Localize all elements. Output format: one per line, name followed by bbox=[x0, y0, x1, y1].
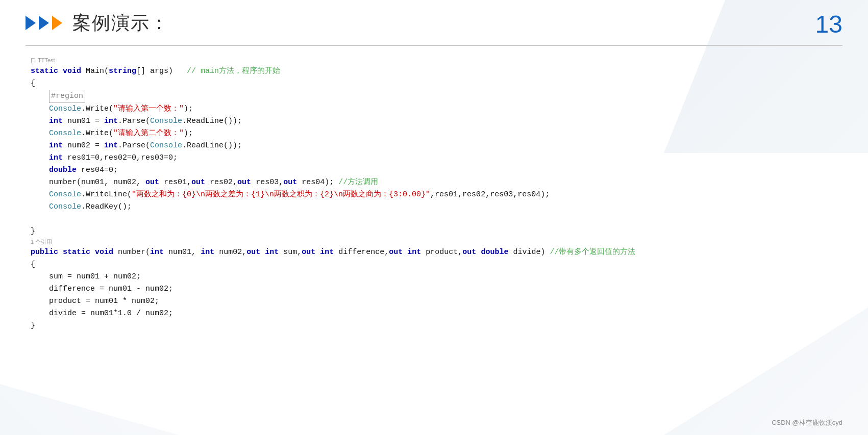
code-line-6: Console.Write("请输入第二个数："); bbox=[31, 127, 837, 140]
header-icon bbox=[26, 16, 62, 30]
code-line-17: sum = num01 + num02; bbox=[31, 271, 837, 283]
code-block: 口 TTTest static void Main(string[] args)… bbox=[31, 56, 837, 410]
code-line-14: } bbox=[31, 225, 837, 238]
code-line-15: public static void number(int num01, int… bbox=[31, 246, 837, 259]
code-line-10: number(num01, num02, out res01,out res02… bbox=[31, 176, 837, 189]
footer-text: CSDN @林空鹿饮溪cyd bbox=[772, 418, 842, 427]
code-line-8: int res01=0,res02=0,res03=0; bbox=[31, 152, 837, 164]
code-line-11: Console.WriteLine("两数之和为：{0}\n两数之差为：{1}\… bbox=[31, 189, 837, 201]
slide-title: 案例演示： bbox=[72, 11, 169, 36]
slide: 案例演示： 13 口 TTTest static void Main(strin… bbox=[0, 0, 868, 435]
code-line-13 bbox=[31, 213, 837, 225]
chevron-orange-icon bbox=[52, 16, 62, 30]
header: 案例演示： 13 bbox=[0, 0, 868, 46]
chevron-blue-icon bbox=[26, 16, 36, 30]
code-line-3: #region bbox=[31, 90, 837, 103]
code-line-1: static void Main(string[] args) // main方… bbox=[31, 65, 837, 78]
page-number: 13 bbox=[815, 10, 842, 38]
code-line-20: divide = num01*1.0 / num02; bbox=[31, 308, 837, 320]
code-line-16: { bbox=[31, 259, 837, 271]
code-line-19: product = num01 * num02; bbox=[31, 295, 837, 308]
header-divider bbox=[26, 45, 842, 46]
chevron-blue-icon-2 bbox=[39, 16, 49, 30]
code-line-9: double res04=0; bbox=[31, 164, 837, 176]
code-label-1: 口 TTTest bbox=[31, 56, 837, 65]
code-line-2: { bbox=[31, 78, 837, 90]
code-line-4: Console.Write("请输入第一个数："); bbox=[31, 103, 837, 115]
code-line-21: } bbox=[31, 320, 837, 332]
code-line-18: difference = num01 - num02; bbox=[31, 283, 837, 295]
code-line-5: int num01 = int.Parse(Console.ReadLine()… bbox=[31, 115, 837, 127]
code-line-12: Console.ReadKey(); bbox=[31, 201, 837, 213]
code-line-7: int num02 = int.Parse(Console.ReadLine()… bbox=[31, 140, 837, 152]
code-label-2: 1 个引用 bbox=[31, 238, 837, 247]
